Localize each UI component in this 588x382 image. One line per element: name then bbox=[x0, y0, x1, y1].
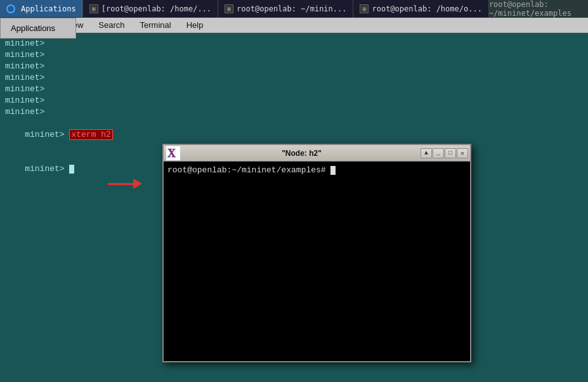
xterm-title-text: "Node: h2" bbox=[183, 149, 421, 158]
xterm-body[interactable]: root@openlab:~/mininet/examples# bbox=[164, 162, 470, 361]
prompt-3: mininet> bbox=[5, 61, 49, 71]
prompt-8: mininet> bbox=[25, 130, 69, 139]
cursor-line bbox=[69, 165, 74, 174]
tab-3[interactable]: ▣ root@openlab: /home/o... bbox=[353, 0, 488, 17]
menu-terminal[interactable]: Terminal bbox=[133, 19, 179, 31]
xterm-close-button[interactable]: ✕ bbox=[457, 148, 468, 158]
xterm-prompt-line: root@openlab:~/mininet/examples# bbox=[167, 165, 466, 175]
prompt-1: mininet> bbox=[5, 39, 49, 48]
term-line-4: mininet> bbox=[5, 72, 583, 84]
annotation-arrow bbox=[108, 179, 142, 189]
prompt-4: mininet> bbox=[5, 73, 49, 82]
tab-icon-1: ▣ bbox=[89, 4, 98, 13]
term-line-2: mininet> bbox=[5, 49, 583, 61]
xterm-window[interactable]: X X "Node: h2" ▲ _ □ ✕ root@openlab:~/mi… bbox=[162, 144, 471, 362]
prompt-7: mininet> bbox=[5, 107, 49, 117]
term-line-6: mininet> bbox=[5, 95, 583, 106]
tab-icon-3: ▣ bbox=[360, 4, 369, 13]
xterm-titlebar: X X "Node: h2" ▲ _ □ ✕ bbox=[164, 145, 470, 162]
xterm-minimize-button[interactable]: _ bbox=[433, 148, 444, 158]
xterm-maximize-button[interactable]: □ bbox=[445, 148, 456, 158]
menu-help[interactable]: Help bbox=[179, 19, 211, 31]
applications-menu[interactable]: Applications Applications bbox=[0, 0, 83, 17]
tab-1[interactable]: ▣ [root@openlab: /home/... bbox=[83, 0, 218, 17]
term-line-7: mininet> bbox=[5, 106, 583, 118]
dropdown-item-applications[interactable]: Applications bbox=[1, 21, 75, 35]
xterm-scrollup-button[interactable]: ▲ bbox=[421, 148, 432, 158]
taskbar: Applications Applications ▣ [root@openla… bbox=[0, 0, 588, 18]
xterm-prompt-text: root@openlab:~/mininet/examples# bbox=[167, 165, 330, 175]
prompt-9: mininet> bbox=[25, 164, 69, 174]
arrow-head bbox=[133, 179, 142, 189]
prompt-2: mininet> bbox=[5, 50, 49, 60]
menubar: File Edit View Search Terminal Help bbox=[0, 18, 588, 33]
tab-1-label: [root@openlab: /home/... bbox=[101, 4, 211, 13]
menu-search[interactable]: Search bbox=[91, 19, 132, 31]
prompt-6: mininet> bbox=[5, 96, 49, 105]
xterm-cursor bbox=[330, 166, 336, 175]
term-line-3: mininet> bbox=[5, 61, 583, 72]
svg-text:X: X bbox=[167, 147, 176, 160]
term-line-5: mininet> bbox=[5, 84, 583, 95]
arrow-line bbox=[108, 183, 133, 185]
applications-label: Applications bbox=[21, 4, 76, 13]
terminal-area[interactable]: mininet> mininet> mininet> mininet> mini… bbox=[0, 33, 588, 382]
app-icon bbox=[6, 4, 15, 13]
window-title: root@openlab: ~/mininet/examples bbox=[489, 0, 588, 17]
tab-2[interactable]: ▣ root@openlab: ~/minin... bbox=[218, 0, 353, 17]
window-title-text: root@openlab: ~/mininet/examples bbox=[489, 0, 588, 18]
tab-icon-2: ▣ bbox=[225, 4, 233, 13]
xterm-logo-icon: X X bbox=[166, 146, 180, 160]
applications-dropdown: Applications bbox=[0, 18, 76, 39]
tab-2-label: root@openlab: ~/minin... bbox=[237, 4, 346, 13]
tab-3-label: root@openlab: /home/o... bbox=[372, 4, 481, 13]
term-line-1: mininet> bbox=[5, 38, 583, 49]
prompt-5: mininet> bbox=[5, 84, 49, 94]
xterm-controls: ▲ _ □ ✕ bbox=[421, 148, 468, 158]
xterm-command: xterm h2 bbox=[69, 129, 112, 140]
